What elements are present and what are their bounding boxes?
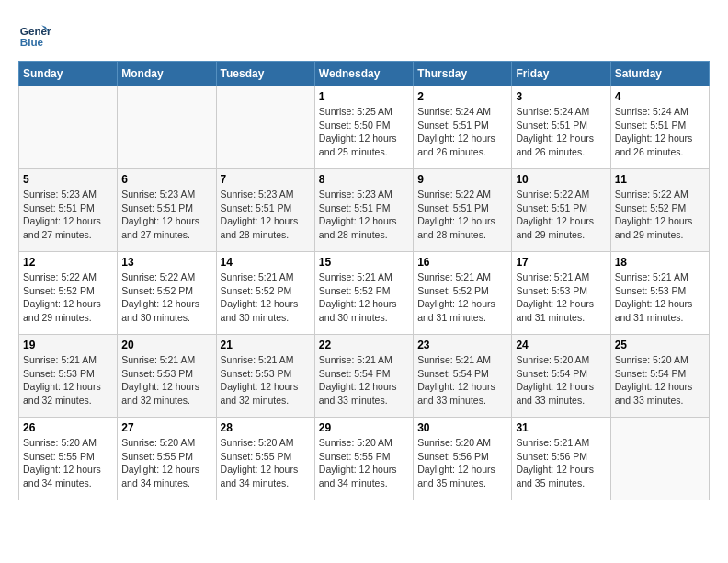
calendar-cell: 30Sunrise: 5:20 AM Sunset: 5:56 PM Dayli… [414,418,512,500]
weekday-header-thursday: Thursday [414,62,512,86]
day-number: 10 [516,173,606,186]
day-number: 27 [121,421,211,434]
calendar-week-4: 19Sunrise: 5:21 AM Sunset: 5:53 PM Dayli… [19,335,710,418]
calendar-cell: 22Sunrise: 5:21 AM Sunset: 5:54 PM Dayli… [314,335,413,418]
day-number: 9 [417,173,507,186]
day-number: 2 [417,90,507,103]
day-number: 14 [221,256,311,269]
day-info: Sunrise: 5:21 AM Sunset: 5:53 PM Dayligh… [221,353,311,408]
calendar-cell: 10Sunrise: 5:22 AM Sunset: 5:51 PM Dayli… [512,169,610,252]
calendar-cell: 13Sunrise: 5:22 AM Sunset: 5:52 PM Dayli… [118,252,216,335]
day-info: Sunrise: 5:20 AM Sunset: 5:55 PM Dayligh… [221,436,311,490]
day-info: Sunrise: 5:23 AM Sunset: 5:51 PM Dayligh… [319,188,409,242]
calendar-cell: 21Sunrise: 5:21 AM Sunset: 5:53 PM Dayli… [216,335,314,418]
calendar-header-row: SundayMondayTuesdayWednesdayThursdayFrid… [19,62,710,86]
calendar-week-5: 26Sunrise: 5:20 AM Sunset: 5:55 PM Dayli… [19,418,710,500]
day-info: Sunrise: 5:22 AM Sunset: 5:51 PM Dayligh… [516,188,606,242]
calendar-week-3: 12Sunrise: 5:22 AM Sunset: 5:52 PM Dayli… [19,252,710,335]
calendar-cell: 28Sunrise: 5:20 AM Sunset: 5:55 PM Dayli… [216,418,314,500]
svg-text:Blue: Blue [20,36,44,48]
calendar-cell: 18Sunrise: 5:21 AM Sunset: 5:53 PM Dayli… [610,252,709,335]
day-number: 19 [23,339,113,351]
calendar-week-2: 5Sunrise: 5:23 AM Sunset: 5:51 PM Daylig… [19,169,710,252]
day-info: Sunrise: 5:21 AM Sunset: 5:53 PM Dayligh… [23,353,113,408]
calendar-cell: 2Sunrise: 5:24 AM Sunset: 5:51 PM Daylig… [414,86,512,169]
calendar-body: 1Sunrise: 5:25 AM Sunset: 5:50 PM Daylig… [19,86,710,500]
day-info: Sunrise: 5:21 AM Sunset: 5:52 PM Dayligh… [319,270,409,325]
calendar-week-1: 1Sunrise: 5:25 AM Sunset: 5:50 PM Daylig… [19,86,710,169]
day-info: Sunrise: 5:23 AM Sunset: 5:51 PM Dayligh… [221,188,311,242]
calendar-cell: 4Sunrise: 5:24 AM Sunset: 5:51 PM Daylig… [610,86,709,169]
calendar-cell: 19Sunrise: 5:21 AM Sunset: 5:53 PM Dayli… [19,335,118,418]
calendar-cell [216,86,314,169]
day-info: Sunrise: 5:20 AM Sunset: 5:56 PM Dayligh… [417,436,507,490]
logo: General Blue [18,18,55,52]
day-info: Sunrise: 5:24 AM Sunset: 5:51 PM Dayligh… [615,105,705,159]
day-number: 3 [516,90,606,103]
calendar-cell: 29Sunrise: 5:20 AM Sunset: 5:55 PM Dayli… [314,418,413,500]
weekday-header-friday: Friday [512,62,610,86]
day-info: Sunrise: 5:22 AM Sunset: 5:52 PM Dayligh… [615,188,705,242]
day-number: 24 [516,339,606,351]
calendar-cell: 31Sunrise: 5:21 AM Sunset: 5:56 PM Dayli… [512,418,610,500]
day-number: 6 [121,173,211,186]
day-info: Sunrise: 5:24 AM Sunset: 5:51 PM Dayligh… [516,105,606,159]
calendar-cell: 17Sunrise: 5:21 AM Sunset: 5:53 PM Dayli… [512,252,610,335]
calendar-cell: 3Sunrise: 5:24 AM Sunset: 5:51 PM Daylig… [512,86,610,169]
day-info: Sunrise: 5:22 AM Sunset: 5:51 PM Dayligh… [417,188,507,242]
day-number: 20 [121,339,211,351]
day-info: Sunrise: 5:21 AM Sunset: 5:53 PM Dayligh… [615,270,705,325]
day-number: 7 [221,173,311,186]
calendar-cell: 16Sunrise: 5:21 AM Sunset: 5:52 PM Dayli… [414,252,512,335]
day-info: Sunrise: 5:21 AM Sunset: 5:53 PM Dayligh… [516,270,606,325]
day-number: 22 [319,339,409,351]
calendar-cell: 26Sunrise: 5:20 AM Sunset: 5:55 PM Dayli… [19,418,118,500]
day-number: 29 [319,421,409,434]
logo-icon: General Blue [18,18,51,52]
day-number: 31 [516,421,606,434]
day-info: Sunrise: 5:21 AM Sunset: 5:53 PM Dayligh… [121,353,211,408]
calendar-cell [610,418,709,500]
day-number: 4 [615,90,705,103]
day-info: Sunrise: 5:21 AM Sunset: 5:52 PM Dayligh… [417,270,507,325]
day-number: 28 [221,421,311,434]
day-number: 8 [319,173,409,186]
day-number: 11 [615,173,705,186]
calendar-cell: 23Sunrise: 5:21 AM Sunset: 5:54 PM Dayli… [414,335,512,418]
day-info: Sunrise: 5:22 AM Sunset: 5:52 PM Dayligh… [121,270,211,325]
calendar-cell [19,86,118,169]
day-number: 18 [615,256,705,269]
day-info: Sunrise: 5:20 AM Sunset: 5:55 PM Dayligh… [121,436,211,490]
weekday-header-sunday: Sunday [19,62,118,86]
day-info: Sunrise: 5:24 AM Sunset: 5:51 PM Dayligh… [417,105,507,159]
day-number: 23 [417,339,507,351]
calendar-cell: 11Sunrise: 5:22 AM Sunset: 5:52 PM Dayli… [610,169,709,252]
calendar-cell: 24Sunrise: 5:20 AM Sunset: 5:54 PM Dayli… [512,335,610,418]
day-number: 15 [319,256,409,269]
calendar-cell: 8Sunrise: 5:23 AM Sunset: 5:51 PM Daylig… [314,169,413,252]
day-number: 13 [121,256,211,269]
calendar-table: SundayMondayTuesdayWednesdayThursdayFrid… [18,61,710,500]
day-info: Sunrise: 5:23 AM Sunset: 5:51 PM Dayligh… [121,188,211,242]
page-header: General Blue [18,18,710,52]
day-number: 1 [319,90,409,103]
calendar-cell: 1Sunrise: 5:25 AM Sunset: 5:50 PM Daylig… [314,86,413,169]
day-number: 30 [417,421,507,434]
calendar-cell: 7Sunrise: 5:23 AM Sunset: 5:51 PM Daylig… [216,169,314,252]
day-info: Sunrise: 5:20 AM Sunset: 5:54 PM Dayligh… [615,353,705,408]
weekday-header-monday: Monday [118,62,216,86]
calendar-cell [118,86,216,169]
day-info: Sunrise: 5:22 AM Sunset: 5:52 PM Dayligh… [23,270,113,325]
day-info: Sunrise: 5:21 AM Sunset: 5:54 PM Dayligh… [319,353,409,408]
calendar-cell: 9Sunrise: 5:22 AM Sunset: 5:51 PM Daylig… [414,169,512,252]
calendar-cell: 15Sunrise: 5:21 AM Sunset: 5:52 PM Dayli… [314,252,413,335]
calendar-cell: 14Sunrise: 5:21 AM Sunset: 5:52 PM Dayli… [216,252,314,335]
calendar-cell: 6Sunrise: 5:23 AM Sunset: 5:51 PM Daylig… [118,169,216,252]
day-info: Sunrise: 5:20 AM Sunset: 5:55 PM Dayligh… [319,436,409,490]
day-info: Sunrise: 5:20 AM Sunset: 5:54 PM Dayligh… [516,353,606,408]
day-number: 26 [23,421,113,434]
day-info: Sunrise: 5:21 AM Sunset: 5:56 PM Dayligh… [516,436,606,490]
calendar-cell: 25Sunrise: 5:20 AM Sunset: 5:54 PM Dayli… [610,335,709,418]
day-info: Sunrise: 5:20 AM Sunset: 5:55 PM Dayligh… [23,436,113,490]
calendar-cell: 12Sunrise: 5:22 AM Sunset: 5:52 PM Dayli… [19,252,118,335]
